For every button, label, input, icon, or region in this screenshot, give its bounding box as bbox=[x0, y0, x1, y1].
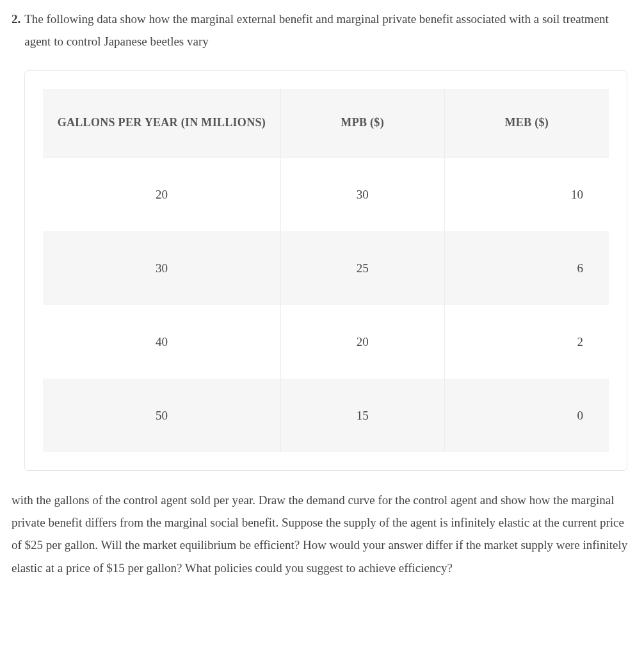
cell-meb: 2 bbox=[444, 305, 609, 379]
cell-gallons: 30 bbox=[43, 231, 280, 305]
cell-meb: 10 bbox=[444, 157, 609, 231]
table-row: 40 20 2 bbox=[43, 305, 609, 379]
cell-gallons: 50 bbox=[43, 379, 280, 452]
question-continuation: with the gallons of the control agent so… bbox=[12, 489, 632, 579]
data-table: GALLONS PER YEAR (IN MILLIONS) MPB ($) M… bbox=[43, 89, 609, 452]
cell-meb: 0 bbox=[444, 379, 609, 452]
table-row: 30 25 6 bbox=[43, 231, 609, 305]
cell-mpb: 25 bbox=[280, 231, 444, 305]
data-table-wrapper: GALLONS PER YEAR (IN MILLIONS) MPB ($) M… bbox=[24, 70, 627, 471]
col-header-mpb: MPB ($) bbox=[280, 89, 444, 157]
question-block: 2. The following data show how the margi… bbox=[12, 8, 632, 53]
cell-mpb: 20 bbox=[280, 305, 444, 379]
table-header-row: GALLONS PER YEAR (IN MILLIONS) MPB ($) M… bbox=[43, 89, 609, 157]
cell-mpb: 30 bbox=[280, 157, 444, 231]
cell-meb: 6 bbox=[444, 231, 609, 305]
cell-gallons: 20 bbox=[43, 157, 280, 231]
col-header-meb: MEB ($) bbox=[444, 89, 609, 157]
col-header-gallons: GALLONS PER YEAR (IN MILLIONS) bbox=[43, 89, 280, 157]
cell-gallons: 40 bbox=[43, 305, 280, 379]
question-intro: The following data show how the marginal… bbox=[24, 8, 632, 53]
cell-mpb: 15 bbox=[280, 379, 444, 452]
question-number: 2. bbox=[12, 8, 20, 30]
table-row: 20 30 10 bbox=[43, 157, 609, 231]
table-row: 50 15 0 bbox=[43, 379, 609, 452]
